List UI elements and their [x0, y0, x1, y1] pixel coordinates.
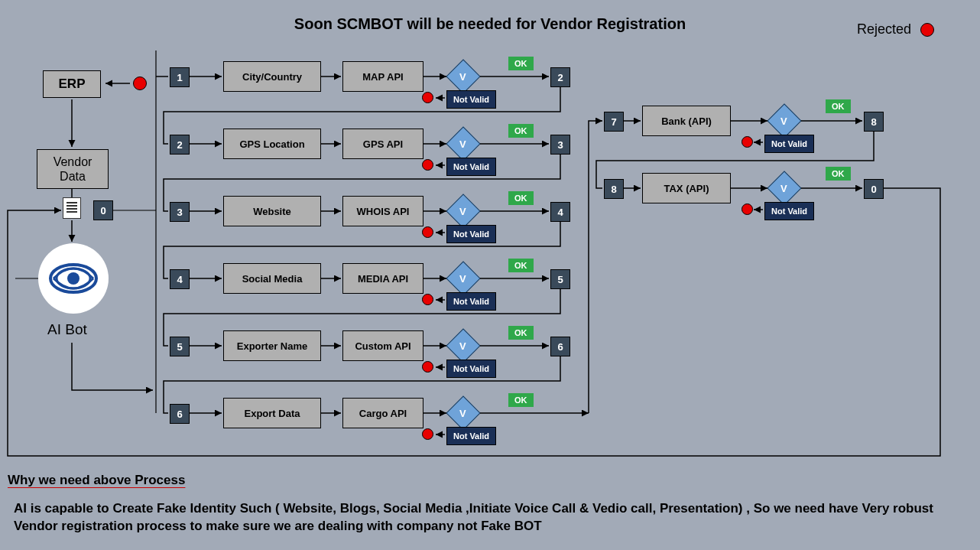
check-box: Export Data [223, 398, 321, 428]
page-title: Soon SCMBOT will be needed for Vendor Re… [0, 15, 980, 33]
footer-body: AI is capable to Create Fake Identity Su… [14, 500, 962, 535]
api-box: WHOIS API [342, 196, 423, 226]
decision-diamond: V [446, 59, 480, 93]
api-box: Bank (API) [642, 106, 731, 136]
step-number: 2 [550, 67, 570, 87]
red-dot-icon [133, 76, 147, 90]
red-dot-icon [422, 428, 433, 440]
step-number: 5 [170, 337, 190, 356]
check-box: City/Country [223, 61, 321, 92]
step-number: 6 [170, 404, 190, 424]
check-box: Website [223, 196, 321, 226]
notvalid-badge: Not Valid [446, 90, 496, 109]
vendor-line2: Data [60, 169, 86, 184]
decision-diamond: V [446, 261, 480, 295]
red-dot-icon [741, 203, 753, 215]
api-box: TAX (API) [642, 173, 731, 203]
red-dot-icon [422, 294, 433, 305]
check-box: Exporter Name [223, 330, 321, 361]
red-dot-icon [422, 361, 433, 373]
legend-label: Rejected [857, 21, 911, 37]
decision-diamond: V [767, 171, 801, 205]
step-number: 2 [170, 135, 190, 155]
notvalid-badge: Not Valid [764, 202, 814, 220]
ai-bot-label: AI Bot [47, 321, 87, 338]
notvalid-badge: Not Valid [446, 292, 496, 311]
ok-badge: OK [508, 124, 534, 138]
notvalid-badge: Not Valid [446, 225, 496, 243]
notvalid-badge: Not Valid [446, 427, 496, 445]
decision-diamond: V [446, 194, 480, 228]
api-box: GPS API [342, 129, 423, 159]
decision-diamond: V [446, 328, 480, 363]
ok-badge: OK [826, 167, 851, 181]
footer-heading: Why we need above Process [8, 473, 185, 488]
step-number: 5 [550, 269, 570, 289]
api-box: Custom API [342, 330, 423, 361]
ok-badge: OK [508, 259, 534, 272]
step-number: 8 [604, 179, 624, 199]
red-dot-icon [422, 159, 433, 171]
api-box: Cargo API [342, 398, 423, 428]
notvalid-badge: Not Valid [764, 135, 814, 153]
check-box: GPS Location [223, 129, 321, 159]
ok-badge: OK [508, 393, 534, 407]
ok-badge: OK [508, 57, 534, 70]
red-dot-icon [741, 136, 753, 148]
step-number: 6 [550, 337, 570, 356]
api-box: MEDIA API [342, 263, 423, 294]
ok-badge: OK [508, 326, 534, 340]
decision-diamond: V [446, 395, 480, 430]
step-number: 1 [170, 67, 190, 87]
check-box: Social Media [223, 263, 321, 294]
step-number: 4 [170, 269, 190, 289]
red-dot-icon [920, 23, 934, 37]
legend-rejected: Rejected [857, 21, 934, 37]
ai-bot-icon [38, 243, 109, 314]
vendor-data-box: Vendor Data [37, 149, 109, 189]
erp-box: ERP [43, 70, 101, 98]
decision-diamond: V [446, 126, 480, 161]
api-box: MAP API [342, 61, 423, 92]
step-number: 0 [93, 200, 113, 220]
svg-point-2 [67, 272, 80, 285]
connector-lines [0, 0, 980, 550]
red-dot-icon [422, 92, 433, 103]
vendor-line1: Vendor [54, 155, 92, 169]
step-number: 3 [170, 202, 190, 222]
ok-badge: OK [826, 99, 851, 113]
step-number: 0 [864, 179, 884, 199]
step-number: 7 [604, 112, 624, 132]
step-number: 8 [864, 112, 884, 132]
notvalid-badge: Not Valid [446, 158, 496, 176]
decision-diamond: V [767, 103, 801, 138]
ok-badge: OK [508, 191, 534, 205]
step-number: 4 [550, 202, 570, 222]
step-number: 3 [550, 135, 570, 155]
red-dot-icon [422, 226, 433, 238]
notvalid-badge: Not Valid [446, 360, 496, 378]
document-icon [63, 197, 81, 219]
